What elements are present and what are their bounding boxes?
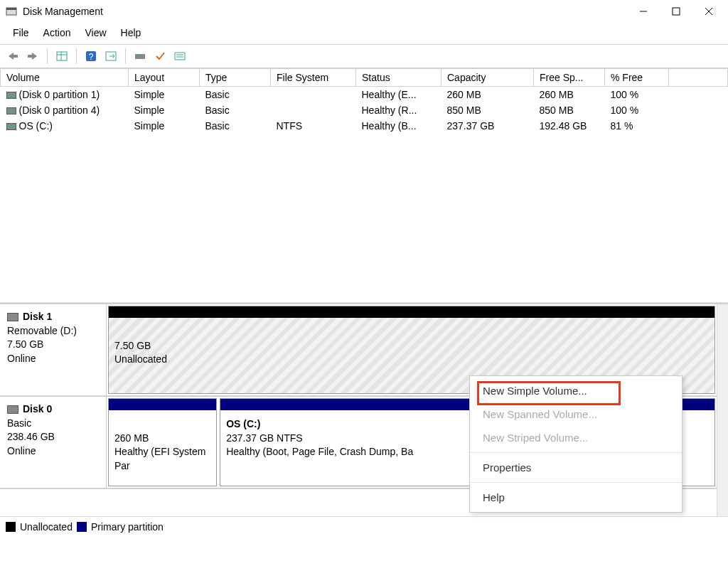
col-capacity[interactable]: Capacity [441, 69, 534, 87]
volume-status: Healthy (R... [356, 102, 441, 118]
col-layout[interactable]: Layout [129, 69, 200, 87]
disk-name: Disk 0 [23, 403, 52, 415]
window-title: Disk Management [23, 6, 103, 17]
check-button[interactable] [151, 48, 168, 65]
app-icon [6, 6, 17, 17]
col-filesystem[interactable]: File System [271, 69, 356, 87]
disk-settings-button[interactable] [132, 48, 149, 65]
volume-type: Basic [200, 87, 271, 103]
minimize-button[interactable] [627, 0, 660, 23]
disk-size: 238.46 GB [7, 430, 99, 444]
disk-type: Removable (D:) [7, 324, 99, 338]
volume-row[interactable]: (Disk 0 partition 1)SimpleBasicHealthy (… [1, 87, 728, 103]
svg-rect-16 [175, 53, 185, 60]
legend-label-primary: Primary partition [91, 521, 164, 533]
volume-pct: 100 % [605, 102, 669, 118]
volume-status: Healthy (B... [356, 118, 441, 134]
col-volume[interactable]: Volume [1, 69, 129, 87]
close-button[interactable] [692, 0, 725, 23]
context-menu: New Simple Volume...New Spanned Volume..… [469, 375, 682, 513]
list-settings-button[interactable] [171, 48, 188, 65]
legend: Unallocated Primary partition [0, 516, 728, 537]
volume-fs: NTFS [271, 118, 356, 134]
svg-text:?: ? [89, 52, 94, 62]
legend-swatch-primary [77, 522, 87, 532]
titlebar: Disk Management [0, 0, 728, 23]
volume-layout: Simple [129, 102, 200, 118]
context-menu-item: New Spanned Volume... [470, 402, 682, 426]
svg-rect-8 [57, 52, 67, 60]
volume-capacity: 260 MB [441, 87, 534, 103]
volume-free: 850 MB [534, 102, 605, 118]
volume-row[interactable]: OS (C:)SimpleBasicNTFSHealthy (B...237.3… [1, 118, 728, 134]
partition-stripe [109, 306, 714, 318]
menu-action[interactable]: Action [36, 26, 78, 40]
volume-name: OS (C:) [19, 120, 53, 132]
volume-icon [6, 92, 16, 99]
svg-rect-6 [14, 55, 18, 58]
toolbar: ? [0, 44, 728, 68]
vertical-scrollbar[interactable] [717, 304, 728, 516]
volume-layout: Simple [129, 87, 200, 103]
disk-info[interactable]: Disk 1 Removable (D:) 7.50 GB Online [0, 304, 107, 395]
volume-free: 192.48 GB [534, 118, 605, 134]
back-button[interactable] [4, 48, 21, 65]
volume-type: Basic [200, 102, 271, 118]
menubar: File Action View Help [0, 23, 728, 44]
svg-rect-1 [6, 8, 16, 10]
disk-status: Online [7, 352, 99, 366]
disk-status: Online [7, 444, 99, 459]
volume-fs [271, 102, 356, 118]
menu-help[interactable]: Help [114, 26, 149, 40]
legend-label-unallocated: Unallocated [20, 521, 73, 533]
disk-icon [7, 313, 18, 321]
maximize-button[interactable] [660, 0, 692, 23]
forward-button[interactable] [24, 48, 41, 65]
disk-name: Disk 1 [23, 311, 52, 322]
volume-fs [271, 87, 356, 103]
context-menu-separator [470, 452, 682, 453]
volume-pct: 81 % [605, 118, 669, 134]
context-menu-item[interactable]: New Simple Volume... [470, 379, 682, 402]
volume-icon [6, 123, 16, 130]
context-menu-item[interactable]: Properties [470, 456, 682, 479]
col-filler [669, 69, 728, 87]
disk-info[interactable]: Disk 0 Basic 238.46 GB Online [0, 397, 107, 488]
volumes-header-row: Volume Layout Type File System Status Ca… [1, 69, 728, 87]
volume-free: 260 MB [534, 87, 605, 103]
col-free[interactable]: Free Sp... [534, 69, 605, 87]
svg-rect-7 [28, 55, 32, 58]
help-button[interactable]: ? [82, 48, 100, 65]
svg-rect-3 [673, 8, 680, 15]
volume-row[interactable]: (Disk 0 partition 4)SimpleBasicHealthy (… [1, 102, 728, 118]
partition-line2: Healthy (EFI System Par [114, 445, 210, 473]
menu-view[interactable]: View [77, 26, 113, 40]
volume-type: Basic [200, 118, 271, 134]
partition-stripe [109, 399, 216, 410]
volumes-table-wrap: Volume Layout Type File System Status Ca… [0, 68, 728, 303]
menu-file[interactable]: File [6, 26, 36, 40]
volume-layout: Simple [129, 118, 200, 134]
partition-body: 260 MBHealthy (EFI System Par [109, 410, 216, 486]
details-view-button[interactable] [53, 48, 70, 65]
svg-rect-14 [135, 54, 145, 59]
partition-line1: 7.50 GB [114, 339, 709, 353]
partition-line1: 260 MB [114, 432, 210, 446]
volume-pct: 100 % [605, 87, 669, 103]
col-pctfree[interactable]: % Free [605, 69, 669, 87]
volume-name: (Disk 0 partition 4) [19, 105, 100, 116]
context-menu-separator [470, 482, 682, 483]
partition-line2: Unallocated [114, 353, 709, 367]
volume-status: Healthy (E... [356, 87, 441, 103]
refresh-button[interactable] [102, 48, 119, 65]
partition[interactable]: 260 MBHealthy (EFI System Par [108, 398, 217, 486]
disk-type: Basic [7, 417, 99, 431]
disk-icon [7, 405, 18, 414]
col-status[interactable]: Status [356, 69, 441, 87]
volume-capacity: 850 MB [441, 102, 534, 118]
volumes-table[interactable]: Volume Layout Type File System Status Ca… [0, 68, 728, 134]
col-type[interactable]: Type [200, 69, 271, 87]
svg-point-15 [137, 55, 139, 58]
context-menu-item[interactable]: Help [470, 486, 682, 509]
volume-name: (Disk 0 partition 1) [19, 89, 100, 100]
